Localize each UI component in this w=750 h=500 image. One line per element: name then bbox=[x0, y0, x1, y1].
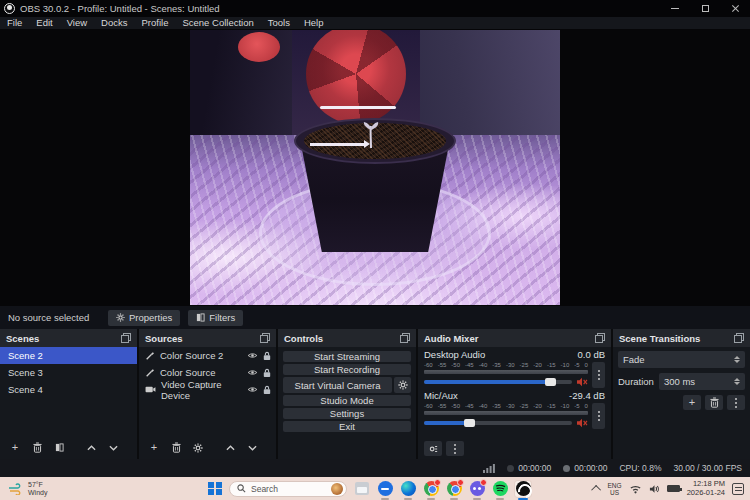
wifi-icon[interactable] bbox=[629, 484, 642, 494]
edge-browser-icon[interactable] bbox=[400, 481, 416, 497]
popout-icon[interactable] bbox=[260, 333, 270, 343]
popout-icon[interactable] bbox=[400, 333, 410, 343]
studio-mode-button[interactable]: Studio Mode bbox=[283, 395, 411, 406]
spotify-waves-icon bbox=[495, 484, 506, 493]
volume-icon[interactable] bbox=[649, 484, 660, 494]
slider-handle[interactable] bbox=[545, 378, 556, 386]
add-transition-button[interactable]: + bbox=[683, 395, 701, 410]
source-label: Color Source 2 bbox=[160, 350, 242, 361]
preview-seedling bbox=[358, 120, 384, 150]
filters-button[interactable]: Filters bbox=[188, 310, 243, 326]
maximize-button[interactable] bbox=[690, 0, 720, 17]
start-virtual-camera-button[interactable]: Start Virtual Camera bbox=[283, 377, 392, 393]
popout-icon[interactable] bbox=[734, 333, 744, 343]
menu-edit[interactable]: Edit bbox=[29, 17, 59, 29]
mixer-menu-button[interactable] bbox=[446, 441, 464, 456]
remove-transition-button[interactable] bbox=[705, 395, 723, 410]
eye-icon[interactable] bbox=[247, 369, 258, 376]
remove-source-button[interactable] bbox=[167, 440, 185, 455]
source-item[interactable]: Color Source 2 bbox=[139, 347, 276, 364]
popout-icon[interactable] bbox=[121, 333, 131, 343]
scene-filters-button[interactable] bbox=[50, 440, 68, 455]
mute-icon[interactable] bbox=[576, 418, 588, 428]
spinner-arrows-icon bbox=[734, 378, 740, 385]
db-scale: -60-55-50-45-40-35-30-25-20-15-10-50 bbox=[424, 362, 588, 369]
source-properties-button[interactable] bbox=[189, 440, 207, 455]
language-indicator[interactable]: ENG US bbox=[608, 482, 622, 496]
controls-title: Controls bbox=[284, 333, 323, 344]
move-source-up-button[interactable] bbox=[221, 440, 239, 455]
move-scene-up-button[interactable] bbox=[82, 440, 100, 455]
source-item[interactable]: Video Capture Device bbox=[139, 381, 276, 398]
record-timer: 00:00:00 bbox=[563, 463, 607, 473]
notification-center-icon[interactable] bbox=[732, 483, 744, 495]
spotify-icon[interactable] bbox=[492, 481, 508, 497]
video-capture-icon bbox=[145, 385, 156, 394]
duration-spinner[interactable]: 300 ms bbox=[659, 373, 745, 390]
menu-docks[interactable]: Docks bbox=[94, 17, 134, 29]
chrome-icon[interactable] bbox=[423, 481, 439, 497]
slider-handle[interactable] bbox=[464, 419, 475, 427]
filters-icon bbox=[55, 443, 64, 452]
preview-canvas bbox=[0, 29, 750, 306]
move-source-down-button[interactable] bbox=[243, 440, 261, 455]
battery-icon[interactable] bbox=[667, 485, 680, 492]
transition-menu-button[interactable] bbox=[727, 395, 745, 410]
filters-label: Filters bbox=[209, 312, 235, 323]
start-recording-button[interactable]: Start Recording bbox=[283, 364, 411, 375]
eye-icon[interactable] bbox=[247, 386, 258, 393]
exit-button[interactable]: Exit bbox=[283, 421, 411, 432]
add-source-button[interactable]: + bbox=[145, 440, 163, 455]
popout-icon[interactable] bbox=[595, 333, 605, 343]
menu-scene-collection[interactable]: Scene Collection bbox=[175, 17, 260, 29]
chat-app-icon[interactable] bbox=[469, 481, 485, 497]
weather-widget[interactable]: 57°F Windy bbox=[8, 481, 208, 497]
close-button[interactable] bbox=[720, 0, 750, 17]
scene-item[interactable]: Scene 4 bbox=[0, 381, 137, 398]
volume-slider[interactable] bbox=[424, 421, 572, 425]
scene-transitions-title: Scene Transitions bbox=[619, 333, 700, 344]
obs-taskbar-icon[interactable] bbox=[515, 481, 531, 497]
channel-menu-button[interactable] bbox=[592, 403, 605, 429]
mute-icon[interactable] bbox=[576, 377, 588, 387]
settings-button[interactable]: Settings bbox=[283, 408, 411, 419]
blue-circle-app-icon[interactable] bbox=[377, 481, 393, 497]
volume-slider[interactable] bbox=[424, 380, 572, 384]
source-label: Color Source bbox=[160, 367, 242, 378]
channel-name: Mic/Aux bbox=[424, 390, 458, 403]
minimize-button[interactable] bbox=[660, 0, 690, 17]
clock[interactable]: 12:18 PM 2026-01-24 bbox=[687, 480, 725, 497]
add-scene-button[interactable]: + bbox=[6, 440, 24, 455]
menu-file[interactable]: File bbox=[0, 17, 29, 29]
lock-icon[interactable] bbox=[263, 351, 271, 361]
move-scene-down-button[interactable] bbox=[104, 440, 122, 455]
chevron-up-icon bbox=[87, 445, 96, 451]
tray-expand-icon[interactable] bbox=[591, 485, 601, 495]
menu-view[interactable]: View bbox=[60, 17, 94, 29]
search-box[interactable]: Search bbox=[229, 481, 347, 497]
scene-item[interactable]: Scene 2 bbox=[0, 347, 137, 364]
channel-db-value: -29.4 dB bbox=[569, 390, 605, 403]
advanced-audio-button[interactable] bbox=[424, 441, 442, 456]
lock-icon[interactable] bbox=[263, 368, 271, 378]
start-button[interactable] bbox=[208, 482, 222, 496]
scene-item[interactable]: Scene 3 bbox=[0, 364, 137, 381]
channel-menu-button[interactable] bbox=[592, 362, 605, 388]
video-preview[interactable] bbox=[190, 30, 560, 305]
menu-profile[interactable]: Profile bbox=[135, 17, 176, 29]
stream-timer: 00:00:00 bbox=[507, 463, 551, 473]
virtual-camera-config-button[interactable] bbox=[394, 377, 411, 393]
lock-icon[interactable] bbox=[263, 385, 271, 395]
properties-button[interactable]: Properties bbox=[108, 310, 180, 326]
menu-help[interactable]: Help bbox=[297, 17, 331, 29]
file-explorer-icon[interactable] bbox=[354, 481, 370, 497]
chrome-profile2-icon[interactable] bbox=[446, 481, 462, 497]
volume-meter bbox=[424, 411, 588, 415]
start-streaming-button[interactable]: Start Streaming bbox=[283, 351, 411, 362]
eye-icon[interactable] bbox=[247, 352, 258, 359]
remove-scene-button[interactable] bbox=[28, 440, 46, 455]
menu-tools[interactable]: Tools bbox=[261, 17, 297, 29]
transition-select[interactable]: Fade bbox=[618, 351, 745, 368]
dock-area: Scenes Scene 2 Scene 3 Scene 4 + Sources bbox=[0, 329, 750, 459]
trash-icon bbox=[710, 397, 719, 408]
